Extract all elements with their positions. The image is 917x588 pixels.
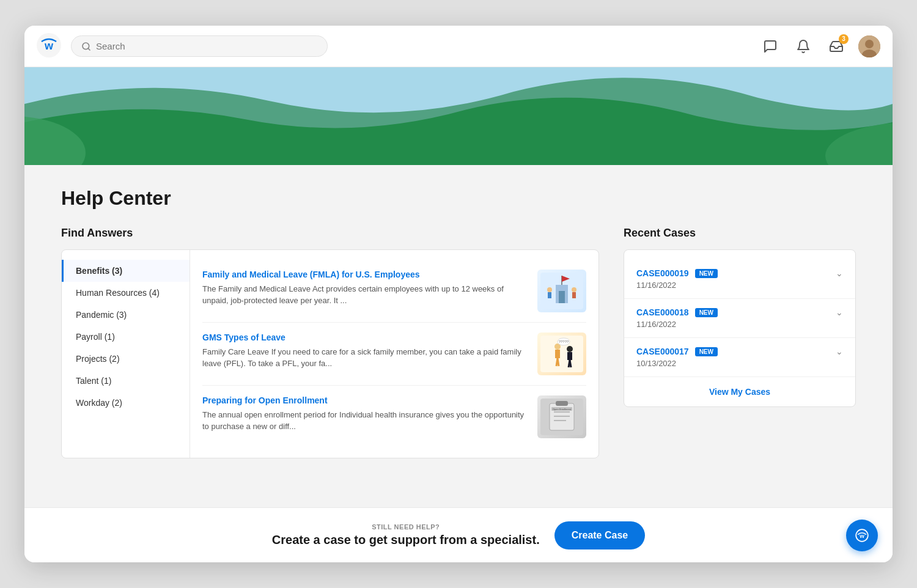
case-item-3[interactable]: CASE000017 NEW ⌄ 10/13/2022 [624, 338, 855, 377]
header: w [24, 26, 893, 67]
logo[interactable]: w [37, 33, 61, 60]
case-header-3: CASE000017 NEW ⌄ [636, 347, 843, 356]
article-enrollment-title[interactable]: Preparing for Open Enrollment [202, 395, 528, 405]
svg-text:w: w [44, 39, 54, 51]
case-number-3[interactable]: CASE000017 [636, 347, 689, 356]
header-icons: 3 [759, 35, 880, 57]
find-answers-box: Benefits (3) Human Resources (4) Pandemi… [61, 249, 599, 458]
article-enrollment-thumb: Open Enrollment [537, 395, 586, 438]
chevron-icon-2: ⌄ [836, 307, 843, 317]
article-text: Family and Medical Leave (FMLA) for U.S.… [202, 270, 528, 306]
article-fmla-thumb [537, 270, 586, 312]
search-bar[interactable] [71, 35, 328, 57]
page-title: Help Center [61, 187, 856, 210]
article-item: GMS Types of Leave Family Care Leave If … [202, 323, 586, 386]
case-left-1: CASE000019 NEW [636, 268, 718, 278]
inbox-button[interactable]: 3 [825, 35, 847, 57]
category-hr[interactable]: Human Resources (4) [62, 282, 190, 304]
chat-button[interactable] [759, 35, 781, 57]
search-input[interactable] [96, 41, 317, 51]
article-enrollment-excerpt: The annual open enrollment period for In… [202, 410, 524, 431]
footer-text-area: STILL NEED HELP? Create a case to get su… [272, 523, 540, 547]
recent-cases-title: Recent Cases [624, 227, 856, 240]
notifications-button[interactable] [792, 35, 814, 57]
svg-rect-31 [556, 401, 568, 406]
svg-rect-11 [559, 291, 565, 303]
main-content: Help Center Find Answers Benefits (3) Hu… [24, 165, 893, 507]
content-grid: Find Answers Benefits (3) Human Resource… [61, 227, 856, 458]
articles-panel: Family and Medical Leave (FMLA) for U.S.… [190, 250, 598, 458]
category-pandemic[interactable]: Pandemic (3) [62, 304, 190, 326]
view-my-cases-link[interactable]: View My Cases [624, 377, 855, 406]
svg-point-4 [865, 40, 874, 48]
article-fmla-title[interactable]: Family and Medical Leave (FMLA) for U.S.… [202, 270, 528, 279]
chevron-icon-1: ⌄ [836, 268, 843, 278]
case-badge-3: NEW [695, 347, 718, 356]
article-item: Preparing for Open Enrollment The annual… [202, 386, 586, 448]
svg-text:?????: ????? [559, 340, 569, 344]
case-number-1[interactable]: CASE000019 [636, 268, 689, 278]
svg-rect-24 [567, 352, 572, 360]
svg-point-14 [547, 287, 552, 292]
find-answers-section: Find Answers Benefits (3) Human Resource… [61, 227, 599, 458]
case-header-1: CASE000019 NEW ⌄ [636, 268, 843, 278]
footer-label: STILL NEED HELP? [272, 523, 540, 531]
case-date-3: 10/13/2022 [636, 359, 843, 368]
case-item-2[interactable]: CASE000018 NEW ⌄ 11/16/2022 [624, 299, 855, 338]
article-text-gms: GMS Types of Leave Family Care Leave If … [202, 333, 528, 369]
case-badge-2: NEW [695, 308, 718, 317]
case-date-2: 11/16/2022 [636, 320, 843, 329]
case-left-2: CASE000018 NEW [636, 307, 718, 317]
svg-text:Open Enrollment: Open Enrollment [553, 408, 572, 411]
chevron-icon-3: ⌄ [836, 347, 843, 356]
avatar[interactable] [858, 35, 880, 57]
article-gms-excerpt: Family Care Leave If you need to care fo… [202, 347, 521, 368]
hero-wave [24, 67, 893, 165]
article-text-enrollment: Preparing for Open Enrollment The annual… [202, 395, 528, 432]
footer-description: Create a case to get support from a spec… [272, 533, 540, 547]
svg-point-16 [572, 287, 576, 292]
svg-point-23 [567, 346, 573, 352]
footer-bar: STILL NEED HELP? Create a case to get su… [24, 507, 893, 562]
search-icon [81, 42, 91, 51]
find-answers-title: Find Answers [61, 227, 599, 240]
case-number-2[interactable]: CASE000018 [636, 307, 689, 317]
case-left-3: CASE000017 NEW [636, 347, 718, 356]
article-item: Family and Medical Leave (FMLA) for U.S.… [202, 260, 586, 323]
create-case-button[interactable]: Create Case [554, 521, 646, 549]
cases-box: CASE000019 NEW ⌄ 11/16/2022 CASE000018 N… [624, 249, 856, 407]
category-workday[interactable]: Workday (2) [62, 392, 190, 414]
avatar-image [858, 35, 880, 57]
inbox-badge: 3 [839, 34, 849, 44]
svg-line-22 [558, 358, 559, 366]
recent-cases-section: Recent Cases CASE000019 NEW ⌄ 11/16/2022 [624, 227, 856, 458]
category-benefits[interactable]: Benefits (3) [62, 260, 190, 282]
hero-banner [24, 67, 893, 165]
chat-icon [763, 39, 778, 54]
svg-rect-17 [572, 292, 576, 298]
case-badge-1: NEW [695, 269, 718, 278]
chat-fab-button[interactable]: w [846, 520, 878, 551]
case-item-1[interactable]: CASE000019 NEW ⌄ 11/16/2022 [624, 260, 855, 299]
category-payroll[interactable]: Payroll (1) [62, 326, 190, 348]
svg-rect-20 [555, 350, 560, 358]
case-date-1: 11/16/2022 [636, 281, 843, 290]
app-window: w [24, 26, 893, 562]
svg-rect-15 [548, 292, 551, 298]
chat-fab-icon: w [853, 527, 871, 544]
article-fmla-excerpt: The Family and Medical Leave Act provide… [202, 284, 504, 305]
article-gms-thumb: ????? [537, 333, 586, 375]
categories-list: Benefits (3) Human Resources (4) Pandemi… [62, 250, 190, 458]
svg-line-26 [570, 360, 571, 367]
category-talent[interactable]: Talent (1) [62, 370, 190, 392]
category-projects[interactable]: Projects (2) [62, 348, 190, 370]
bell-icon [796, 39, 811, 54]
case-header-2: CASE000018 NEW ⌄ [636, 307, 843, 317]
article-gms-title[interactable]: GMS Types of Leave [202, 333, 528, 342]
